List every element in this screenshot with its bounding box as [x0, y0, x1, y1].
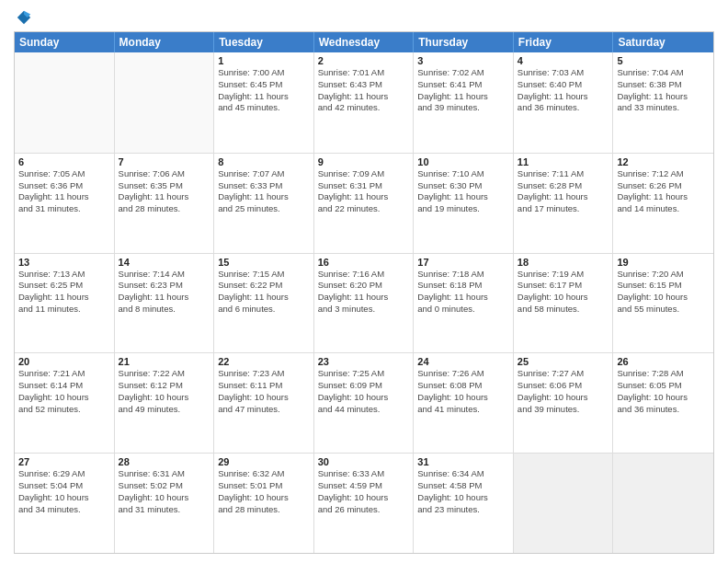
calendar-cell: 14Sunrise: 7:14 AMSunset: 6:23 PMDayligh…: [115, 254, 215, 353]
calendar-cell: 12Sunrise: 7:12 AMSunset: 6:26 PMDayligh…: [613, 154, 713, 253]
calendar-body: 1Sunrise: 7:00 AMSunset: 6:45 PMDaylight…: [15, 52, 713, 553]
cell-content: Sunrise: 7:05 AMSunset: 6:36 PMDaylight:…: [18, 168, 110, 215]
calendar-cell: 4Sunrise: 7:03 AMSunset: 6:40 PMDaylight…: [514, 52, 614, 153]
calendar-cell: 26Sunrise: 7:28 AMSunset: 6:05 PMDayligh…: [613, 353, 713, 453]
calendar-row: 6Sunrise: 7:05 AMSunset: 6:36 PMDaylight…: [15, 153, 713, 253]
calendar-cell: 27Sunrise: 6:29 AMSunset: 5:04 PMDayligh…: [15, 454, 115, 553]
cell-content: Sunrise: 7:19 AMSunset: 6:17 PMDaylight:…: [518, 269, 609, 316]
cell-content: Sunrise: 7:13 AMSunset: 6:25 PMDaylight:…: [18, 269, 110, 316]
day-number: 5: [617, 55, 710, 66]
day-number: 24: [417, 356, 509, 367]
day-number: 27: [18, 456, 110, 467]
calendar-cell: 19Sunrise: 7:20 AMSunset: 6:15 PMDayligh…: [613, 254, 713, 353]
header: [14, 9, 714, 26]
calendar-row: 27Sunrise: 6:29 AMSunset: 5:04 PMDayligh…: [15, 453, 713, 553]
page: SundayMondayTuesdayWednesdayThursdayFrid…: [0, 0, 728, 563]
calendar-cell: 10Sunrise: 7:10 AMSunset: 6:30 PMDayligh…: [414, 154, 514, 253]
cell-content: Sunrise: 7:25 AMSunset: 6:09 PMDaylight:…: [318, 368, 410, 415]
cell-content: Sunrise: 7:11 AMSunset: 6:28 PMDaylight:…: [518, 168, 609, 215]
day-number: 29: [218, 456, 310, 467]
day-number: 13: [18, 257, 110, 268]
day-number: 28: [119, 456, 210, 467]
day-number: 9: [318, 156, 410, 167]
calendar-day-header: Sunday: [15, 32, 115, 52]
day-number: 16: [318, 257, 410, 268]
calendar-cell: 31Sunrise: 6:34 AMSunset: 4:58 PMDayligh…: [414, 454, 514, 553]
calendar-day-header: Monday: [115, 32, 215, 52]
day-number: 4: [518, 55, 609, 66]
calendar-cell: 25Sunrise: 7:27 AMSunset: 6:06 PMDayligh…: [514, 353, 614, 453]
day-number: 30: [318, 456, 410, 467]
day-number: 22: [218, 356, 310, 367]
calendar-day-header: Wednesday: [314, 32, 415, 52]
logo-icon: [16, 9, 32, 26]
calendar-cell: 5Sunrise: 7:04 AMSunset: 6:38 PMDaylight…: [613, 52, 713, 153]
day-number: 2: [318, 55, 410, 66]
day-number: 7: [119, 156, 210, 167]
day-number: 23: [318, 356, 410, 367]
calendar-cell: 3Sunrise: 7:02 AMSunset: 6:41 PMDaylight…: [414, 52, 514, 153]
calendar-header: SundayMondayTuesdayWednesdayThursdayFrid…: [15, 32, 713, 52]
cell-content: Sunrise: 6:33 AMSunset: 4:59 PMDaylight:…: [318, 468, 410, 515]
day-number: 20: [18, 356, 110, 367]
day-number: 8: [218, 156, 310, 167]
calendar-cell: 28Sunrise: 6:31 AMSunset: 5:02 PMDayligh…: [115, 454, 215, 553]
day-number: 21: [119, 356, 210, 367]
day-number: 31: [417, 456, 509, 467]
day-number: 3: [417, 55, 509, 66]
cell-content: Sunrise: 7:21 AMSunset: 6:14 PMDaylight:…: [18, 368, 110, 415]
day-number: 26: [617, 356, 710, 367]
cell-content: Sunrise: 7:18 AMSunset: 6:18 PMDaylight:…: [417, 269, 509, 316]
calendar-cell: 15Sunrise: 7:15 AMSunset: 6:22 PMDayligh…: [214, 254, 314, 353]
calendar-cell: [514, 454, 614, 553]
calendar-cell: 17Sunrise: 7:18 AMSunset: 6:18 PMDayligh…: [414, 254, 514, 353]
day-number: 19: [617, 257, 710, 268]
calendar-cell: 22Sunrise: 7:23 AMSunset: 6:11 PMDayligh…: [214, 353, 314, 453]
cell-content: Sunrise: 7:28 AMSunset: 6:05 PMDaylight:…: [617, 368, 710, 415]
cell-content: Sunrise: 7:14 AMSunset: 6:23 PMDaylight:…: [119, 269, 210, 316]
calendar-cell: [15, 52, 115, 153]
cell-content: Sunrise: 7:02 AMSunset: 6:41 PMDaylight:…: [417, 67, 509, 114]
calendar-cell: 21Sunrise: 7:22 AMSunset: 6:12 PMDayligh…: [115, 353, 215, 453]
cell-content: Sunrise: 7:15 AMSunset: 6:22 PMDaylight:…: [218, 269, 310, 316]
day-number: 12: [617, 156, 710, 167]
calendar-cell: 2Sunrise: 7:01 AMSunset: 6:43 PMDaylight…: [314, 52, 415, 153]
calendar-cell: 16Sunrise: 7:16 AMSunset: 6:20 PMDayligh…: [314, 254, 415, 353]
calendar-cell: 7Sunrise: 7:06 AMSunset: 6:35 PMDaylight…: [115, 154, 215, 253]
day-number: 17: [417, 257, 509, 268]
calendar-row: 1Sunrise: 7:00 AMSunset: 6:45 PMDaylight…: [15, 52, 713, 153]
calendar-day-header: Friday: [514, 32, 614, 52]
cell-content: Sunrise: 7:07 AMSunset: 6:33 PMDaylight:…: [218, 168, 310, 215]
cell-content: Sunrise: 6:29 AMSunset: 5:04 PMDaylight:…: [18, 468, 110, 515]
calendar-cell: 18Sunrise: 7:19 AMSunset: 6:17 PMDayligh…: [514, 254, 614, 353]
calendar-cell: 29Sunrise: 6:32 AMSunset: 5:01 PMDayligh…: [214, 454, 314, 553]
calendar-cell: 9Sunrise: 7:09 AMSunset: 6:31 PMDaylight…: [314, 154, 415, 253]
calendar-cell: 8Sunrise: 7:07 AMSunset: 6:33 PMDaylight…: [214, 154, 314, 253]
calendar-row: 20Sunrise: 7:21 AMSunset: 6:14 PMDayligh…: [15, 352, 713, 453]
cell-content: Sunrise: 7:23 AMSunset: 6:11 PMDaylight:…: [218, 368, 310, 415]
cell-content: Sunrise: 7:16 AMSunset: 6:20 PMDaylight:…: [318, 269, 410, 316]
logo: [14, 9, 32, 26]
cell-content: Sunrise: 7:22 AMSunset: 6:12 PMDaylight:…: [119, 368, 210, 415]
calendar-cell: [613, 454, 713, 553]
calendar-cell: [115, 52, 215, 153]
day-number: 18: [518, 257, 609, 268]
cell-content: Sunrise: 7:03 AMSunset: 6:40 PMDaylight:…: [518, 67, 609, 114]
calendar: SundayMondayTuesdayWednesdayThursdayFrid…: [14, 31, 714, 554]
day-number: 1: [218, 55, 310, 66]
calendar-day-header: Thursday: [414, 32, 514, 52]
day-number: 14: [119, 257, 210, 268]
calendar-cell: 23Sunrise: 7:25 AMSunset: 6:09 PMDayligh…: [314, 353, 415, 453]
cell-content: Sunrise: 7:01 AMSunset: 6:43 PMDaylight:…: [318, 67, 410, 114]
calendar-cell: 20Sunrise: 7:21 AMSunset: 6:14 PMDayligh…: [15, 353, 115, 453]
calendar-cell: 24Sunrise: 7:26 AMSunset: 6:08 PMDayligh…: [414, 353, 514, 453]
calendar-cell: 1Sunrise: 7:00 AMSunset: 6:45 PMDaylight…: [214, 52, 314, 153]
cell-content: Sunrise: 7:00 AMSunset: 6:45 PMDaylight:…: [218, 67, 310, 114]
cell-content: Sunrise: 6:32 AMSunset: 5:01 PMDaylight:…: [218, 468, 310, 515]
calendar-row: 13Sunrise: 7:13 AMSunset: 6:25 PMDayligh…: [15, 253, 713, 353]
day-number: 25: [518, 356, 609, 367]
cell-content: Sunrise: 7:06 AMSunset: 6:35 PMDaylight:…: [119, 168, 210, 215]
calendar-cell: 6Sunrise: 7:05 AMSunset: 6:36 PMDaylight…: [15, 154, 115, 253]
cell-content: Sunrise: 7:26 AMSunset: 6:08 PMDaylight:…: [417, 368, 509, 415]
cell-content: Sunrise: 7:09 AMSunset: 6:31 PMDaylight:…: [318, 168, 410, 215]
